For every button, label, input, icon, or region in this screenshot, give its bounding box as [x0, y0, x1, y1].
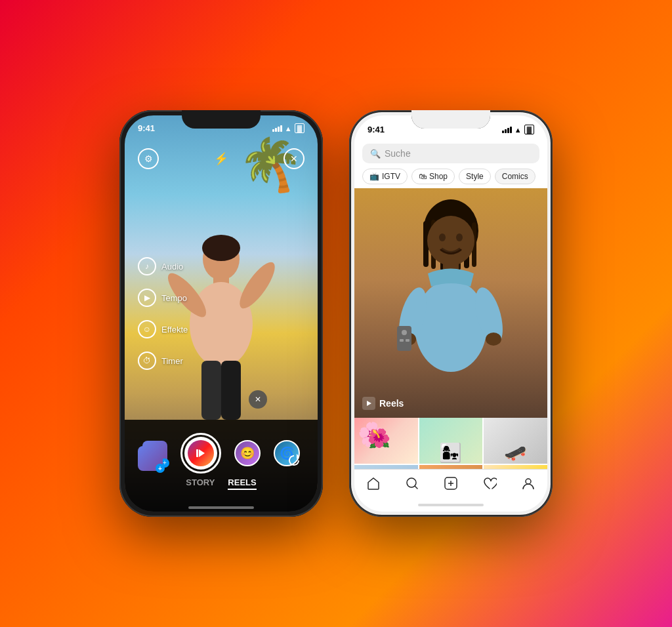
- home-nav[interactable]: [366, 476, 381, 495]
- grid-cell-3[interactable]: 🛹: [484, 418, 547, 464]
- camera-top-controls: ⚙ ⚡ ✕: [125, 148, 318, 169]
- close-camera-icon[interactable]: ✕: [284, 148, 304, 169]
- svg-marker-30: [367, 401, 371, 406]
- svg-point-5: [234, 258, 280, 314]
- search-icon: 🔍: [370, 149, 381, 159]
- style-tab[interactable]: Style: [459, 169, 491, 184]
- right-signal: [502, 127, 512, 133]
- svg-point-17: [427, 216, 474, 266]
- timer-label: Timer: [161, 356, 183, 366]
- right-status-icons: ▲ ▓: [502, 125, 534, 134]
- right-phone: 9:41 ▲ ▓ 🔍: [349, 110, 553, 517]
- svg-point-21: [415, 280, 487, 372]
- camera-controls: ♪ Audio ▶ Tempo ☺ Effekte ⏱ Timer: [138, 257, 188, 370]
- grid-cell-6[interactable]: 🧑: [484, 465, 547, 469]
- left-phone: 🌴: [119, 110, 323, 517]
- settings-icon[interactable]: ⚙: [138, 148, 159, 169]
- shop-tab[interactable]: 🛍 Shop: [411, 169, 455, 184]
- grid-cell-5[interactable]: 👥: [419, 465, 483, 469]
- effects-icon: ☺: [138, 320, 156, 338]
- right-battery-icon: ▓: [524, 125, 534, 134]
- explore-header: 🔍 Suche 📺 IGTV 🛍 Shop: [354, 137, 547, 188]
- search-nav[interactable]: [405, 476, 419, 495]
- mode-tabs: STORY REELS: [186, 477, 256, 490]
- search-bar[interactable]: 🔍 Suche: [362, 144, 539, 163]
- grid-cell-4[interactable]: 👤: [354, 465, 418, 469]
- home-indicator-left: [188, 506, 254, 509]
- tempo-control[interactable]: ▶ Tempo: [138, 289, 188, 307]
- add-nav[interactable]: [444, 476, 458, 495]
- igtv-tab[interactable]: 📺 IGTV: [362, 169, 408, 184]
- svg-point-19: [456, 233, 463, 241]
- person-right: [379, 195, 523, 418]
- comics-tab[interactable]: Comics: [495, 169, 536, 184]
- effects-control[interactable]: ☺ Effekte: [138, 320, 188, 338]
- reels-small-icon: [362, 397, 375, 410]
- shop-icon: 🛍: [419, 172, 427, 181]
- main-video[interactable]: Reels: [354, 188, 547, 418]
- story-tab[interactable]: STORY: [186, 477, 215, 490]
- right-phone-inner: 9:41 ▲ ▓ 🔍: [354, 115, 547, 512]
- grid-cell-1[interactable]: 🌸 🌺: [354, 418, 418, 464]
- search-placeholder: Suche: [385, 148, 411, 159]
- flash-icon[interactable]: ⚡: [211, 148, 232, 169]
- reels-tab[interactable]: REELS: [228, 477, 256, 490]
- left-gallery-btn[interactable]: +: [138, 446, 163, 471]
- photo-grid: 🌸 🌺 👩‍👧 🛹 👤: [354, 418, 547, 469]
- left-status-icons: ▲ ▓: [272, 123, 304, 133]
- svg-rect-27: [406, 339, 410, 342]
- svg-point-25: [402, 330, 407, 335]
- home-bar-right: [418, 504, 484, 506]
- home-indicator-right: [354, 498, 547, 512]
- left-status-bar: 9:41 ▲ ▓: [125, 115, 318, 136]
- category-tabs: 📺 IGTV 🛍 Shop Style Comics: [362, 169, 539, 184]
- igtv-icon: 📺: [369, 172, 379, 181]
- left-signal: [272, 125, 282, 132]
- svg-rect-7: [221, 361, 241, 420]
- svg-rect-24: [397, 326, 411, 351]
- profile-nav[interactable]: [521, 476, 536, 495]
- right-time: 9:41: [368, 125, 385, 134]
- bottom-nav: [354, 469, 547, 498]
- svg-rect-6: [201, 361, 221, 420]
- timer-icon: ⏱: [138, 352, 156, 370]
- audio-label: Audio: [161, 262, 183, 272]
- tempo-label: Tempo: [161, 293, 187, 303]
- heart-nav[interactable]: [482, 476, 497, 495]
- flip-camera-button[interactable]: [285, 451, 304, 471]
- audio-icon: ♪: [138, 257, 156, 275]
- timer-control[interactable]: ⏱ Timer: [138, 352, 188, 370]
- left-battery-icon: ▓: [295, 123, 304, 133]
- svg-rect-26: [400, 339, 404, 342]
- left-wifi-icon: ▲: [285, 125, 292, 132]
- svg-point-18: [439, 233, 446, 241]
- explore-content: Reels 🌸 🌺 👩‍👧: [354, 188, 547, 469]
- svg-point-29: [486, 333, 501, 346]
- tempo-icon: ▶: [138, 289, 156, 307]
- svg-point-1: [202, 235, 240, 261]
- left-time: 9:41: [138, 123, 155, 133]
- explore-screen: 9:41 ▲ ▓ 🔍: [354, 115, 547, 512]
- grid-cell-2[interactable]: 👩‍👧: [419, 418, 483, 464]
- right-wifi-icon: ▲: [514, 126, 522, 134]
- phones-container: 🌴: [119, 110, 553, 517]
- effects-label: Effekte: [161, 325, 188, 334]
- audio-control[interactable]: ♪ Audio: [138, 257, 188, 275]
- left-phone-inner: 🌴: [125, 115, 318, 512]
- svg-point-33: [526, 479, 531, 484]
